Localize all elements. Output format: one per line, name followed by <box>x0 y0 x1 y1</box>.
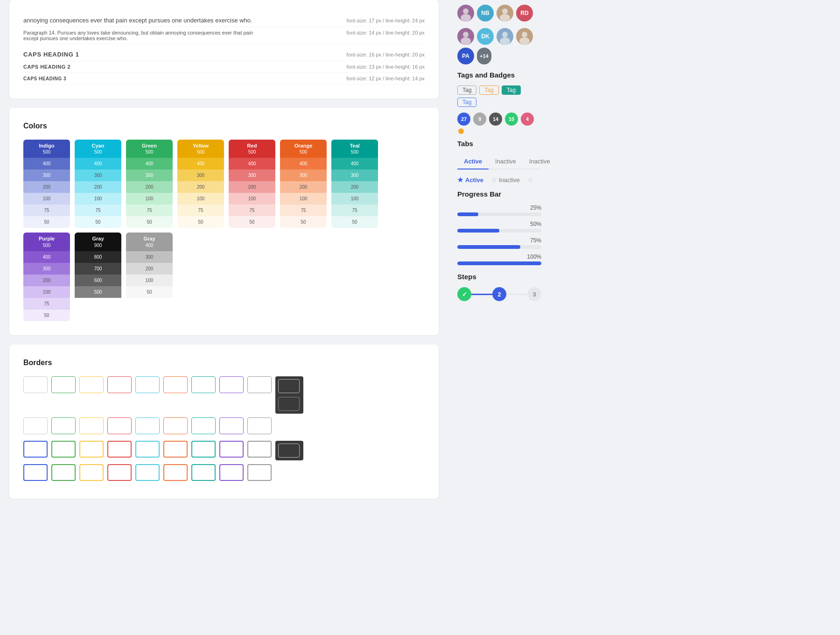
border-box <box>51 464 76 481</box>
border-box <box>191 376 216 393</box>
step-3-label: 3 <box>532 291 536 298</box>
color-shade-num: 50 <box>44 219 49 225</box>
tag-orange[interactable]: Tag <box>479 85 498 95</box>
border-box <box>135 464 160 481</box>
color-swatch: 400 <box>23 251 70 263</box>
caps-heading-2-meta: font-size: 13 px / line-height: 16 px <box>346 64 425 70</box>
color-shade-num: 400 <box>146 242 154 248</box>
color-swatch: Red500 <box>229 140 275 158</box>
color-shade-num: 200 <box>248 184 256 190</box>
svg-point-3 <box>500 14 510 21</box>
tab-active-1[interactable]: Active <box>457 154 489 169</box>
caps-heading-3-meta: font-size: 12 px / line-height: 14 px <box>346 76 425 81</box>
borders-title: Borders <box>23 359 425 367</box>
color-swatch: 75 <box>229 205 275 216</box>
progress-track-50 <box>457 229 541 233</box>
step-2-label: 2 <box>497 291 501 298</box>
color-name: Indigo <box>39 142 55 149</box>
border-row-1 <box>23 376 425 414</box>
color-swatch: 100 <box>177 193 224 205</box>
color-shade-num: 300 <box>146 254 154 260</box>
color-shade-num: 300 <box>248 172 256 178</box>
color-swatch: 300 <box>229 169 275 181</box>
tab-inactive-2[interactable]: Inactive <box>523 154 557 169</box>
color-swatch: 600 <box>75 275 121 286</box>
color-swatch: 300 <box>23 169 70 181</box>
star-empty-icon-1: ☆ <box>491 176 497 183</box>
color-swatch: 400 <box>331 158 378 169</box>
color-swatch: Gray400 <box>126 233 173 251</box>
color-swatch: 75 <box>331 205 378 216</box>
color-shade-num: 200 <box>351 184 359 190</box>
progress-track-75 <box>457 245 541 249</box>
border-box <box>79 441 104 458</box>
color-shade-num: 100 <box>351 196 359 202</box>
tab-star-active[interactable]: ★ Active <box>457 176 483 183</box>
color-shade-num: 300 <box>300 172 308 178</box>
border-row-2 <box>23 417 425 434</box>
color-shade-num: 50 <box>147 289 152 295</box>
color-shade-num: 400 <box>248 161 256 167</box>
step-2-current: 2 <box>492 287 506 301</box>
star-empty-icon-2: ☆ <box>527 176 533 183</box>
border-box <box>23 441 48 458</box>
border-box <box>107 464 132 481</box>
color-name: Gray <box>92 235 104 242</box>
step-1-done: ✓ <box>457 287 471 301</box>
color-swatch: 75 <box>177 205 224 216</box>
border-box <box>247 417 272 434</box>
tabs-star-row: ★ Active ☆ Inactive ☆ <box>457 176 541 183</box>
color-swatch: 400 <box>75 158 121 169</box>
color-shade-num: 75 <box>301 207 306 213</box>
color-swatch: 300 <box>331 169 378 181</box>
typo-row-paragraph2: Paragraph 14. Pursues any loves take den… <box>23 27 425 44</box>
tag-blue[interactable]: Tag <box>457 98 476 107</box>
color-swatch: 300 <box>177 169 224 181</box>
color-name: Gray <box>143 235 155 242</box>
typo-paragraph1-meta: font-size: 17 px / line-height: 24 px <box>346 18 425 23</box>
color-swatch: 400 <box>177 158 224 169</box>
tag-teal[interactable]: Tag <box>502 85 521 95</box>
color-swatch: 75 <box>23 205 70 216</box>
color-shade-num: 500 <box>300 149 308 155</box>
typo-row-caps2: CAPS HEADING 2 font-size: 13 px / line-h… <box>23 61 425 73</box>
tab-inactive-1[interactable]: Inactive <box>489 154 523 169</box>
color-shade-num: 200 <box>43 277 51 283</box>
tab-star-active-label: Active <box>465 176 483 183</box>
tag-gray[interactable]: Tag <box>457 85 476 95</box>
color-shade-num: 75 <box>147 207 152 213</box>
color-shade-num: 500 <box>248 149 256 155</box>
borders-content <box>23 376 425 481</box>
color-shade-num: 100 <box>300 196 308 202</box>
color-shade-num: 300 <box>197 172 205 178</box>
tab-star-inactive-1[interactable]: ☆ Inactive <box>491 176 520 183</box>
progress-label-50: 50% <box>457 221 541 227</box>
color-swatch: 700 <box>75 263 121 275</box>
border-box <box>163 376 188 393</box>
color-shade-num: 400 <box>300 161 308 167</box>
color-shade-num: 100 <box>43 289 51 295</box>
color-shade-num: 100 <box>43 196 51 202</box>
border-box <box>135 417 160 434</box>
color-swatch: 200 <box>331 181 378 193</box>
color-swatch: 50 <box>177 216 224 228</box>
border-box <box>163 417 188 434</box>
tab-star-inactive-1-label: Inactive <box>499 176 520 183</box>
progress-item-100: 100% <box>457 254 541 265</box>
color-shade-num: 800 <box>94 254 102 260</box>
avatar <box>457 5 474 21</box>
color-swatch: 400 <box>280 158 327 169</box>
color-shade-num: 75 <box>44 301 49 307</box>
color-name: Purple <box>39 235 55 242</box>
tab-star-inactive-2[interactable]: ☆ <box>527 176 533 183</box>
border-box <box>107 417 132 434</box>
color-swatch: 200 <box>280 181 327 193</box>
dark-border-box <box>278 444 300 458</box>
color-shade-num: 50 <box>44 312 49 318</box>
color-swatch: 75 <box>280 205 327 216</box>
color-shade-num: 200 <box>146 266 154 272</box>
border-box <box>163 441 188 458</box>
progress-title: Progress Bar <box>457 190 541 198</box>
svg-point-6 <box>502 32 508 37</box>
badge-14: 14 <box>489 113 502 126</box>
